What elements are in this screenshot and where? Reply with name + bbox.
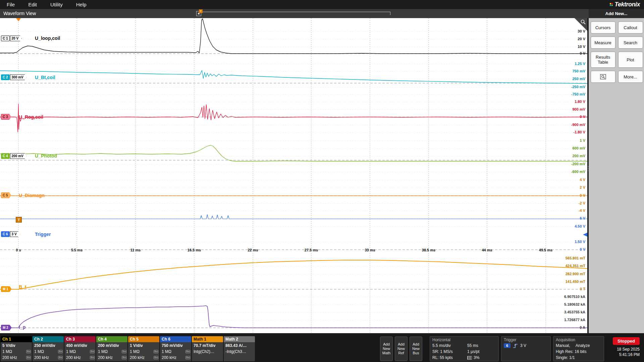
- scale-label: -250 mV: [571, 85, 585, 89]
- channel-id-label: C 3: [1, 114, 11, 120]
- channel-badge-c6[interactable]: C 63 V: [1, 231, 20, 237]
- waveform-plot[interactable]: T C 120 VU_loop,coil30 V20 V10 V0 VC 230…: [0, 18, 587, 333]
- scale-label: -4 V: [579, 208, 585, 213]
- channel-card-ch-4[interactable]: Ch 4200 mV/div1 MΩBw200 kHzBw: [96, 336, 127, 361]
- channel-badge-c2[interactable]: C 2300 mV: [1, 74, 27, 80]
- channel-name-c4[interactable]: U_Photod: [35, 153, 57, 159]
- scale-label: 0 V: [580, 51, 585, 55]
- datetime: 18 Sep 2025 5:41:16 PM: [606, 347, 640, 357]
- card-rows: 70.7 mT/divIntg(Ch2)…: [192, 342, 223, 355]
- channel-card-ch-3[interactable]: Ch 3450 mV/div1 MΩBw200 kHzBw: [64, 336, 96, 361]
- channel-name-c2[interactable]: U_Bt,coil: [35, 75, 55, 80]
- channel-card-ch-2[interactable]: Ch 2250 mV/div1 MΩBw200 kHzBw: [33, 336, 64, 361]
- h-recordlength: RL: 55 kpts: [432, 355, 467, 361]
- card-title: Ch 4: [96, 336, 127, 342]
- card-value: 200 kHzBw: [1, 355, 32, 361]
- add-new-math-button[interactable]: AddNewMath: [380, 337, 393, 361]
- measure-button[interactable]: Measure: [591, 37, 615, 49]
- card-rows: 1 V/div1 MΩBw200 kHzBw: [128, 342, 159, 361]
- channel-id-label: C 4: [1, 153, 10, 159]
- acq-single: Single: 1/1: [556, 355, 575, 361]
- settings-bar: Ch 15 V/div1 MΩBw200 kHzBwCh 2250 mV/div…: [0, 336, 644, 362]
- zoom-button[interactable]: [591, 71, 615, 83]
- menu-utility[interactable]: Utility: [44, 0, 69, 9]
- card-value: 200 kHzBw: [128, 355, 159, 361]
- time-axis-label: 0 s: [16, 248, 21, 252]
- channel-card-ch-6[interactable]: Ch 6750 mV/div1 MΩBw200 kHzBw: [160, 336, 191, 361]
- channel-badge-c3[interactable]: C 3: [1, 114, 11, 120]
- bandwidth-icon: Bw: [58, 356, 63, 359]
- channel-card-math-1[interactable]: Math 170.7 mT/divIntg(Ch2)…: [192, 336, 223, 361]
- acquisition-panel[interactable]: Acquisition Manual,Analyze High Res: 16 …: [553, 336, 604, 361]
- card-rows: 450 mV/div1 MΩBw200 kHzBw: [64, 342, 96, 361]
- menu-help[interactable]: Help: [69, 0, 93, 9]
- scale-label: 30 V: [578, 29, 585, 33]
- channel-badge-c4[interactable]: C 4200 mV: [1, 153, 27, 159]
- channel-name-c3[interactable]: U_Rog,coil: [19, 114, 43, 120]
- record-view-bracket[interactable]: T: [200, 12, 390, 15]
- magnifier-icon: [580, 19, 586, 25]
- channel-card-ch-1[interactable]: Ch 15 V/div1 MΩBw200 kHzBw: [1, 336, 32, 361]
- scale-label: -750 mV: [571, 92, 585, 96]
- scale-label: 20 V: [578, 37, 585, 41]
- scale-label: 10 V: [578, 45, 585, 49]
- acq-analyze[interactable]: Analyze: [576, 343, 590, 349]
- channel-id-label: C 5: [1, 192, 11, 198]
- trace-U_Rog,coil: [0, 104, 587, 132]
- channel-name-m1[interactable]: B_t: [19, 284, 26, 290]
- add-new-bus-button[interactable]: AddNewBus: [410, 337, 422, 361]
- time-axis-label: 44 ms: [482, 248, 492, 252]
- channel-badge-m1[interactable]: M 1: [1, 286, 12, 292]
- scale-label: 5.180632 kA: [564, 302, 585, 306]
- waveform-canvas[interactable]: [0, 18, 587, 333]
- plot-button[interactable]: Plot: [618, 52, 643, 68]
- horizontal-panel[interactable]: Horizontal 5.5 ms/div55 ms SR: 1 MS/s1 µ…: [430, 336, 499, 361]
- search-button[interactable]: Search: [618, 37, 643, 49]
- time-axis-label: 38.5 ms: [422, 248, 435, 252]
- bandwidth-icon: Bw: [154, 350, 158, 353]
- channel-id-label: M 1: [1, 286, 12, 292]
- channel-card-ch-5[interactable]: Ch 51 V/div1 MΩBw200 kHzBw: [128, 336, 159, 361]
- scale-label: -2 V: [579, 201, 585, 205]
- card-title: Ch 5: [128, 336, 159, 342]
- scale-label: 1.726877 kA: [564, 318, 585, 322]
- cursors-button[interactable]: Cursors: [591, 21, 615, 34]
- add-new-ref-button[interactable]: AddNewRef: [395, 337, 408, 361]
- trigger-level-arrow[interactable]: [583, 233, 587, 237]
- h-scale: 5.5 ms/div: [432, 343, 467, 349]
- channel-badge-c5[interactable]: C 5: [1, 192, 11, 198]
- card-rows: 200 mV/div1 MΩBw200 kHzBw: [96, 342, 127, 361]
- bandwidth-icon: Bw: [90, 356, 95, 359]
- channel-name-m2[interactable]: I_p: [19, 324, 25, 330]
- scale-label: -1.80 V: [574, 130, 585, 134]
- channel-id-label: C 6: [1, 231, 10, 237]
- trigger-source-marker[interactable]: T: [16, 217, 22, 223]
- waveform-view-header: Waveform View T: [0, 9, 589, 18]
- bandwidth-icon: Bw: [154, 356, 158, 359]
- channel-badge-c1[interactable]: C 120 V: [1, 36, 22, 41]
- run-stop-status[interactable]: Stopped: [613, 337, 640, 345]
- panel-drag-handle[interactable]: [588, 166, 589, 171]
- channel-badge-m2[interactable]: M 2: [1, 325, 12, 330]
- more-button[interactable]: More...: [618, 71, 643, 83]
- trigger-position-flag-icon[interactable]: T: [199, 9, 203, 13]
- bandwidth-icon: Bw: [58, 350, 63, 353]
- menu-edit[interactable]: Edit: [21, 0, 44, 9]
- trigger-title: Trigger: [501, 337, 550, 343]
- channel-card-math-2[interactable]: Math 2863.43 A/…-Intg(Ch3…: [224, 336, 255, 361]
- menu-file[interactable]: File: [0, 0, 21, 9]
- card-value: 1 MΩBw: [33, 349, 64, 355]
- trace-U_Photod: [0, 145, 587, 161]
- scale-label: 2 V: [580, 185, 585, 189]
- trigger-position-marker[interactable]: [16, 18, 21, 21]
- callout-button[interactable]: Callout: [618, 21, 643, 34]
- channel-name-c1[interactable]: U_loop,coil: [35, 36, 60, 41]
- channel-name-c6[interactable]: Trigger: [35, 232, 51, 237]
- scale-label: 282.900 mT: [566, 272, 585, 276]
- trigger-panel[interactable]: Trigger 6 3 V: [501, 336, 551, 361]
- scale-label: 4 V: [580, 178, 585, 182]
- results-table-button[interactable]: Results Table: [591, 52, 615, 68]
- trace-U_loop,coil: [0, 19, 587, 54]
- channel-name-c5[interactable]: U_Diamagn: [19, 193, 45, 198]
- trigger-level: 3 V: [520, 343, 526, 349]
